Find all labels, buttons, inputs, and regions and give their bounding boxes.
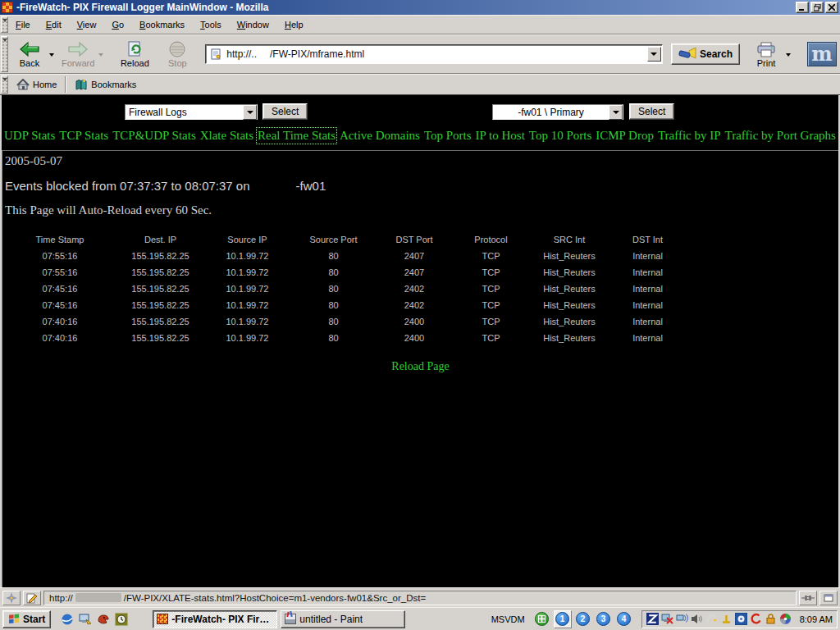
link-udp-stats[interactable]: UDP Stats: [4, 129, 55, 143]
forward-dropdown-arrow[interactable]: [97, 36, 105, 72]
menubar-grippy[interactable]: [1, 16, 8, 33]
col-protocol: Protocol: [453, 231, 529, 248]
reload-page-link[interactable]: Reload Page: [2, 360, 838, 373]
print-dropdown-arrow[interactable]: [784, 36, 792, 72]
log-type-select[interactable]: Firewall Logs: [125, 104, 258, 120]
desktop-2-button[interactable]: 2: [576, 612, 590, 626]
close-button[interactable]: [825, 2, 838, 13]
start-button[interactable]: Start: [2, 610, 51, 628]
forward-button[interactable]: Forward: [59, 36, 97, 72]
restore-button[interactable]: [810, 2, 824, 13]
link-tcp-udp-stats[interactable]: TCP&UDP Stats: [112, 129, 196, 143]
menu-edit[interactable]: Edit: [42, 18, 66, 31]
virtual-desktops: 1234: [554, 610, 633, 628]
menu-tools[interactable]: Tools: [196, 18, 226, 31]
desktop-4-button[interactable]: 4: [617, 612, 631, 626]
mozilla-logo[interactable]: m: [807, 42, 837, 66]
browser-launcher-icon[interactable]: [61, 613, 74, 626]
screen: -FireWatch- PIX Firewall Logger MainWind…: [0, 0, 840, 630]
link-traffic-by-ip[interactable]: Traffic by IP: [658, 129, 721, 143]
link-icmp-drop[interactable]: ICMP Drop: [596, 129, 654, 143]
host-select-value: -fw01 \ Primary: [493, 107, 609, 118]
events-table: Time StampDest. IPSource IPSource PortDS…: [2, 231, 686, 346]
vnc-tray-icon[interactable]: [646, 613, 659, 625]
table-row: 07:40:16155.195.82.2510.1.99.72802400TCP…: [2, 313, 686, 330]
msvdm-label: MSVDM: [491, 614, 525, 624]
online-plug-icon[interactable]: [799, 591, 817, 605]
link-ip-to-host[interactable]: IP to Host: [476, 129, 525, 143]
clock-app-icon[interactable]: [115, 613, 128, 626]
desktop-manager-button[interactable]: [535, 612, 549, 626]
volume-tray-icon[interactable]: [691, 613, 703, 625]
plunger-tray-icon[interactable]: [720, 613, 733, 625]
show-desktop-icon[interactable]: [79, 613, 92, 626]
host-select[interactable]: -fw01 \ Primary: [492, 104, 623, 120]
red-loop-tray-icon[interactable]: [750, 613, 762, 625]
component-bar-icon[interactable]: [2, 591, 21, 605]
paint-icon: [285, 614, 296, 624]
page-proxy-icon[interactable]: [210, 48, 223, 60]
back-dropdown-arrow[interactable]: [48, 36, 56, 72]
link-traffic-by-port-graphs[interactable]: Traffic by Port Graphs: [725, 129, 836, 143]
bookmarks-button[interactable]: Bookmarks: [70, 77, 141, 92]
link-active-domains[interactable]: Active Domains: [340, 129, 420, 143]
back-button[interactable]: Back: [11, 36, 48, 72]
menu-go[interactable]: Go: [107, 18, 128, 31]
home-button[interactable]: Home: [11, 77, 62, 92]
link-top-ports[interactable]: Top Ports: [424, 129, 472, 143]
location-bar[interactable]: http://../FW-PIX/mframe.html: [205, 44, 663, 64]
host-select-button[interactable]: Select: [629, 103, 674, 120]
network-signal-tray-icon[interactable]: [676, 613, 688, 625]
print-icon: [756, 40, 776, 58]
search-button[interactable]: Search: [671, 43, 740, 65]
desktop-3-button[interactable]: 3: [596, 612, 610, 626]
window-title: -FireWatch- PIX Firewall Logger MainWind…: [16, 2, 794, 13]
desktop-1-button[interactable]: 1: [555, 612, 569, 626]
hook-tray-icon[interactable]: [705, 613, 718, 625]
menu-window[interactable]: Window: [233, 18, 273, 31]
disc-tray-icon[interactable]: [779, 613, 792, 625]
menu-file[interactable]: File: [11, 18, 34, 31]
link-xlate-stats[interactable]: Xlate Stats: [200, 129, 253, 143]
navbar-grippy[interactable]: [1, 36, 8, 72]
cd-app-tray-icon[interactable]: [735, 613, 747, 625]
link-top-10-ports[interactable]: Top 10 Ports: [529, 129, 591, 143]
link-real-time-stats[interactable]: Real Time Stats: [258, 129, 336, 143]
host-select-dropdown-arrow[interactable]: [609, 105, 623, 120]
home-icon: [16, 79, 30, 90]
forward-label: Forward: [62, 58, 94, 68]
personal-toolbar: Home Bookmarks: [0, 74, 840, 95]
menubar: FileEditViewGoBookmarksToolsWindowHelp: [0, 15, 840, 34]
log-type-dropdown-arrow[interactable]: [243, 105, 257, 120]
statusbar: http:///FW-PIX/XLATE-stats.html?HostChoi…: [0, 587, 840, 607]
bookmarks-icon: [75, 79, 88, 90]
stop-icon: [168, 40, 186, 58]
link-tcp-stats[interactable]: TCP Stats: [59, 129, 108, 143]
start-label: Start: [23, 614, 45, 625]
taskbar-button-firewatch-pix-firew[interactable]: -FireWatch- PIX Firew...: [153, 610, 277, 628]
taskbar-button-untitled-paint[interactable]: untitled - Paint: [281, 610, 405, 628]
location-dropdown-button[interactable]: [647, 47, 661, 62]
quick-launch: [61, 613, 128, 626]
reload-button[interactable]: Reload: [116, 36, 153, 72]
log-select-button[interactable]: Select: [262, 103, 308, 120]
popup-indicator-icon[interactable]: [819, 591, 838, 605]
network-error-tray-icon[interactable]: [661, 613, 673, 625]
stop-button[interactable]: Stop: [159, 36, 195, 72]
location-input[interactable]: http://../FW-PIX/mframe.html: [226, 48, 647, 60]
composer-icon[interactable]: [23, 591, 41, 605]
menu-view[interactable]: View: [73, 18, 101, 31]
minimize-button[interactable]: [796, 2, 809, 13]
dragon-app-icon[interactable]: [97, 613, 110, 626]
print-button[interactable]: Print: [748, 36, 784, 72]
col-dst-port: DST Port: [376, 231, 453, 248]
table-row: 07:45:16155.195.82.2510.1.99.72802402TCP…: [2, 281, 686, 297]
print-label: Print: [757, 58, 776, 68]
menu-bookmarks[interactable]: Bookmarks: [135, 18, 189, 31]
col-source-ip: Source IP: [203, 231, 291, 248]
browser-content: Firewall Logs Select -fw01 \ Primary Sel…: [2, 95, 838, 587]
persbar-grippy[interactable]: [1, 75, 8, 94]
menu-help[interactable]: Help: [281, 18, 308, 31]
lock-tray-icon[interactable]: [765, 613, 777, 625]
stats-nav-links: UDP StatsTCP StatsTCP&UDP StatsXlate Sta…: [2, 129, 838, 143]
